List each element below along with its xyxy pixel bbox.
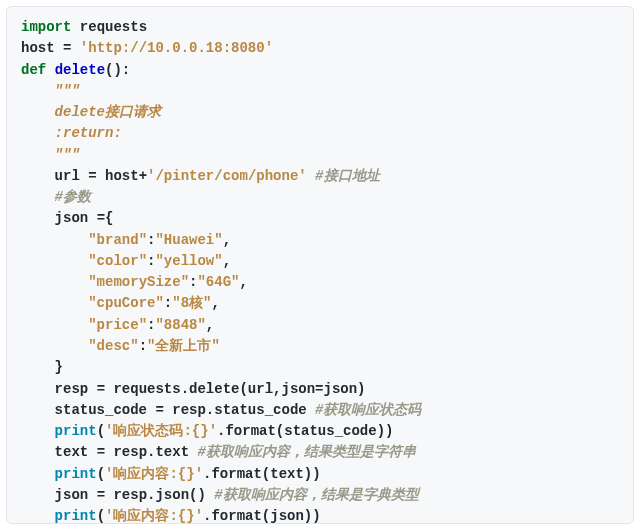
token-string: "brand" (88, 232, 147, 248)
token-comment: #获取响应内容，结果是字典类型 (214, 487, 418, 503)
token-op: , (211, 295, 219, 311)
token-string: "color" (88, 253, 147, 269)
token-string: "desc" (88, 338, 138, 354)
token-comment: #获取响应状态码 (315, 402, 421, 418)
token-name: host (105, 168, 139, 184)
token-op: = (97, 444, 105, 460)
token-op: = (315, 381, 323, 397)
token-keyword: def (21, 62, 46, 78)
token-name: requests (113, 381, 180, 397)
token-funcdef: delete (55, 62, 105, 78)
token-name: .format(status_code)) (217, 423, 393, 439)
token-op: , (239, 274, 247, 290)
token-op: + (139, 168, 147, 184)
token-comment: #参数 (55, 189, 91, 205)
code-content: import requests host = 'http://10.0.0.18… (21, 17, 619, 524)
token-builtin: print (55, 466, 97, 482)
token-string: "全新上市" (147, 338, 220, 354)
token-op: = (97, 487, 105, 503)
token-comment: #获取响应内容，结果类型是字符串 (197, 444, 415, 460)
token-string: "8848" (155, 317, 205, 333)
token-op: = (155, 402, 163, 418)
token-name: json) (324, 381, 366, 397)
token-keyword: import (21, 19, 71, 35)
token-string: "8核" (172, 295, 211, 311)
token-name: text (55, 444, 89, 460)
token-name: delete(url,json (189, 381, 315, 397)
token-string: '响应状态码:{}' (105, 423, 217, 439)
token-op: , (206, 317, 214, 333)
token-name: json (55, 210, 89, 226)
token-name: resp (172, 402, 206, 418)
token-comment: #接口地址 (315, 168, 379, 184)
token-string: "memorySize" (88, 274, 189, 290)
token-name: .format(json)) (203, 508, 321, 524)
token-name: requests (80, 19, 147, 35)
token-string: "cpuCore" (88, 295, 164, 311)
token-string: "yellow" (155, 253, 222, 269)
code-block: import requests host = 'http://10.0.0.18… (6, 6, 634, 524)
token-op: (): (105, 62, 130, 78)
token-name: json (55, 487, 89, 503)
token-name: url (55, 168, 80, 184)
token-string: 'http://10.0.0.18:8080' (80, 40, 273, 56)
token-name: resp (113, 444, 147, 460)
token-name: resp (55, 381, 89, 397)
token-string: "64G" (197, 274, 239, 290)
token-name: status_code (55, 402, 147, 418)
token-name: text (155, 444, 189, 460)
token-op: : (164, 295, 172, 311)
token-string: "price" (88, 317, 147, 333)
token-op: = (88, 168, 96, 184)
token-name: .format(text)) (203, 466, 321, 482)
token-docstring: delete接口请求 (55, 104, 161, 120)
token-builtin: print (55, 423, 97, 439)
token-docstring: """ (55, 147, 80, 163)
token-name: status_code (214, 402, 306, 418)
token-op: : (139, 338, 147, 354)
token-name: resp (113, 487, 147, 503)
token-docstring: """ (55, 83, 80, 99)
token-string: '响应内容:{}' (105, 508, 203, 524)
token-op: = (97, 381, 105, 397)
token-name: host (21, 40, 55, 56)
token-op: ={ (97, 210, 114, 226)
token-string: '/pinter/com/phone' (147, 168, 307, 184)
token-op: . (206, 402, 214, 418)
token-op: . (181, 381, 189, 397)
token-string: '响应内容:{}' (105, 466, 203, 482)
token-docstring: :return: (55, 125, 122, 141)
token-op: , (223, 253, 231, 269)
token-builtin: print (55, 508, 97, 524)
token-string: "Huawei" (155, 232, 222, 248)
token-name: json() (155, 487, 205, 503)
token-op: = (63, 40, 71, 56)
token-op: } (55, 359, 63, 375)
token-op: , (223, 232, 231, 248)
